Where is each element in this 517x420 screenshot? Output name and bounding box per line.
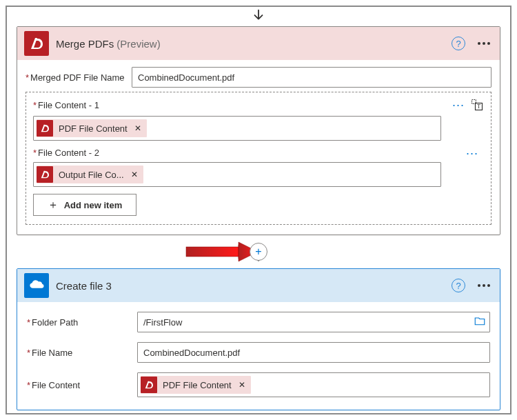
required-asterisk: * [33, 148, 37, 158]
merge-title-text: Merge PDFs [56, 38, 114, 50]
create-file-title: Create file 3 [56, 280, 452, 292]
help-icon[interactable]: ? [452, 279, 465, 292]
item-menu-button[interactable]: ··· [452, 101, 465, 108]
pdf-file-content-token[interactable]: PDF File Content ✕ [37, 119, 147, 137]
remove-token-icon[interactable]: ✕ [239, 380, 245, 390]
file-content-1-input[interactable]: PDF File Content ✕ [33, 116, 441, 141]
token-label: PDF File Content [59, 123, 128, 134]
add-new-item-button[interactable]: ＋ Add new item [33, 194, 136, 216]
output-file-content-token[interactable]: Output File Co... ✕ [37, 166, 143, 183]
item-menu-button[interactable]: ··· [466, 150, 478, 157]
file-content-2-row: *File Content - 2 ··· [33, 148, 484, 158]
file-name-row: *File Name [27, 342, 490, 363]
onedrive-icon [24, 273, 49, 298]
file-name-input[interactable] [137, 342, 490, 363]
merged-filename-row: * Merged PDF File Name [26, 67, 491, 88]
file-content-1-label-text: File Content - 1 [38, 100, 99, 110]
file-content-2-label: *File Content - 2 [33, 148, 466, 158]
add-new-item-label: Add new item [64, 200, 123, 210]
merge-card-body: * Merged PDF File Name *File Content - 1… [17, 60, 500, 234]
required-asterisk: * [33, 100, 37, 110]
file-content-2-label-text: File Content - 2 [38, 148, 99, 158]
merge-pdfs-card: Merge PDFs (Preview) ? * Merged PDF File… [17, 26, 500, 235]
folder-path-input[interactable] [137, 312, 490, 332]
file-content-panel: *File Content - 1 ··· T PDF File Content… [26, 92, 491, 225]
file-content-input[interactable]: PDF File Content ✕ [137, 372, 490, 397]
connector-region: + [7, 235, 510, 268]
svg-rect-3 [186, 247, 239, 257]
adobe-icon [24, 31, 49, 56]
more-menu-button[interactable] [475, 39, 493, 48]
plus-icon: ＋ [48, 198, 59, 212]
merge-pdfs-header[interactable]: Merge PDFs (Preview) ? [17, 27, 500, 60]
folder-picker-icon[interactable] [474, 315, 486, 330]
required-asterisk: * [27, 317, 30, 328]
folder-path-label-text: Folder Path [32, 317, 78, 328]
create-file-card: Create file 3 ? *Folder Path *File Name [17, 268, 500, 410]
token-label: PDF File Content [163, 380, 232, 390]
flow-canvas: Merge PDFs (Preview) ? * Merged PDF File… [6, 6, 511, 414]
adobe-icon [37, 166, 53, 183]
connector-arrow-top [7, 7, 510, 26]
required-asterisk: * [26, 72, 29, 83]
merged-filename-input[interactable] [132, 67, 491, 88]
merge-pdfs-title: Merge PDFs (Preview) [56, 38, 452, 50]
file-content-label-text: File Content [32, 380, 80, 390]
file-content-row: *File Content PDF File Content ✕ [27, 372, 490, 397]
token-label: Output File Co... [59, 170, 124, 180]
file-name-label-text: File Name [32, 348, 72, 358]
create-file-body: *Folder Path *File Name *File Content [17, 302, 500, 410]
svg-text:T: T [477, 103, 480, 110]
create-file-header[interactable]: Create file 3 ? [17, 269, 500, 302]
more-menu-button[interactable] [475, 281, 493, 290]
preview-label: (Preview) [116, 38, 160, 50]
remove-token-icon[interactable]: ✕ [131, 170, 138, 179]
merged-filename-label-text: Merged PDF File Name [30, 72, 125, 83]
adobe-icon [141, 377, 157, 393]
file-name-label: *File Name [27, 348, 137, 358]
required-asterisk: * [27, 348, 30, 358]
pdf-file-content-token[interactable]: PDF File Content ✕ [141, 376, 251, 394]
required-asterisk: * [27, 380, 30, 390]
file-content-1-row: *File Content - 1 ··· T [33, 98, 484, 112]
folder-path-label: *Folder Path [27, 317, 137, 328]
dynamic-content-icon[interactable]: T [470, 98, 484, 112]
help-icon[interactable]: ? [452, 37, 465, 50]
file-content-label: *File Content [27, 380, 137, 390]
file-content-2-input[interactable]: Output File Co... ✕ [33, 162, 441, 187]
file-content-1-label: *File Content - 1 [33, 100, 452, 110]
merged-filename-label: * Merged PDF File Name [26, 72, 132, 83]
insert-step-button[interactable]: + [250, 243, 267, 261]
remove-token-icon[interactable]: ✕ [134, 123, 141, 133]
adobe-icon [37, 120, 53, 137]
folder-path-row: *Folder Path [27, 312, 490, 332]
